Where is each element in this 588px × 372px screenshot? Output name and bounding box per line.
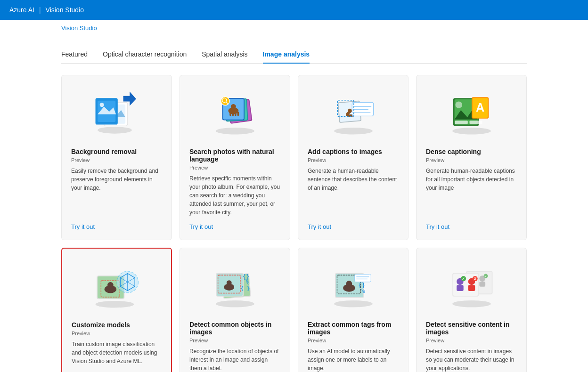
- card-link-dense-captioning[interactable]: Try it out: [426, 223, 517, 230]
- card-detect-objects: {} % { } Detect common objects in images…: [180, 248, 290, 372]
- card-image-detect-objects: {} % { }: [189, 258, 280, 314]
- svg-point-76: [346, 281, 352, 287]
- card-image-background-removal: [71, 85, 162, 141]
- svg-point-67: [226, 280, 231, 285]
- svg-rect-31: [352, 102, 373, 116]
- svg-rect-46: [469, 121, 482, 124]
- card-desc-sensitive-content: Detect sensitive content in images so yo…: [426, 347, 517, 372]
- card-badge-customize-models: Preview: [72, 331, 162, 336]
- svg-rect-88: [457, 285, 464, 291]
- card-badge-extract-tags: Preview: [308, 338, 399, 343]
- card-desc-search-photos: Retrieve specific moments within your ph…: [189, 174, 280, 217]
- card-title-dense-captioning: Dense captioning: [426, 148, 517, 155]
- card-search-photos: Search photos with natural language Prev…: [180, 75, 290, 240]
- svg-point-8: [99, 103, 104, 107]
- card-sensitive-content: ✓ ✗ ✓ Detect sensitive content in images…: [416, 248, 527, 372]
- card-title-add-captions: Add captions to images: [308, 148, 399, 155]
- svg-text:✗: ✗: [473, 277, 476, 281]
- svg-rect-20: [232, 113, 234, 116]
- card-title-extract-tags: Extract common tags from images: [308, 321, 399, 336]
- svg-point-51: [107, 282, 114, 288]
- card-image-sensitive-content: ✓ ✗ ✓: [426, 258, 517, 314]
- svg-text:%: %: [245, 279, 249, 286]
- svg-point-82: [452, 300, 491, 307]
- card-badge-dense-captioning: Preview: [426, 157, 517, 163]
- card-background-removal: Background removal Preview Easily remove…: [61, 75, 172, 240]
- vision-studio-link[interactable]: Vision Studio: [61, 24, 97, 32]
- svg-text:{ }: { }: [240, 285, 250, 291]
- card-title-detect-objects: Detect common objects in images: [189, 321, 280, 336]
- svg-rect-96: [479, 282, 485, 287]
- svg-rect-21: [235, 113, 237, 116]
- sub-nav: Vision Studio: [0, 20, 588, 36]
- cards-grid-row1: Background removal Preview Easily remove…: [61, 75, 527, 240]
- card-link-add-captions[interactable]: Try it out: [308, 223, 399, 230]
- card-desc-detect-objects: Recognize the location of objects of int…: [189, 347, 280, 372]
- svg-text:A: A: [476, 101, 484, 114]
- svg-rect-22: [237, 112, 239, 116]
- card-image-dense-captioning: A: [426, 85, 517, 141]
- separator: |: [39, 6, 41, 14]
- card-desc-background-removal: Easily remove the background and preserv…: [71, 167, 162, 217]
- tab-ocr[interactable]: Optical character recognition: [103, 46, 187, 64]
- card-image-customize-models: [72, 258, 162, 315]
- card-dense-captioning: A Dense captioning Preview Generate huma…: [416, 75, 527, 240]
- svg-point-0: [98, 127, 132, 134]
- svg-text:✓: ✓: [484, 275, 487, 279]
- svg-point-10: [216, 128, 254, 135]
- svg-point-18: [230, 104, 236, 109]
- svg-point-41: [455, 101, 462, 108]
- card-customize-models: Customize models Preview Train custom im…: [61, 248, 172, 372]
- cards-grid-row2: Customize models Preview Train custom im…: [61, 248, 527, 372]
- svg-point-26: [334, 128, 373, 135]
- top-bar: Azure AI | Vision Studio: [0, 0, 588, 20]
- card-image-search-photos: [189, 85, 280, 141]
- card-title-customize-models: Customize models: [72, 321, 162, 329]
- card-image-extract-tags: {} %: [308, 258, 399, 314]
- tab-featured[interactable]: Featured: [61, 46, 88, 64]
- card-desc-add-captions: Generate a human-readable sentence that …: [308, 167, 399, 217]
- card-add-captions: Add captions to images Preview Generate …: [298, 75, 408, 240]
- svg-point-71: [334, 300, 373, 307]
- brand-label: Azure AI: [9, 6, 34, 14]
- svg-rect-19: [229, 112, 231, 116]
- card-badge-sensitive-content: Preview: [426, 338, 517, 343]
- card-extract-tags: {} % Extract common tags from images Pre…: [298, 248, 408, 372]
- tab-bar: Featured Optical character recognition S…: [61, 46, 527, 64]
- card-badge-search-photos: Preview: [189, 165, 280, 170]
- svg-rect-77: [354, 274, 371, 282]
- card-desc-extract-tags: Use an AI model to automatically assign …: [308, 347, 399, 372]
- svg-point-58: [216, 300, 254, 307]
- card-link-background-removal[interactable]: Try it out: [71, 223, 162, 230]
- card-link-search-photos[interactable]: Try it out: [189, 223, 280, 230]
- card-title-search-photos: Search photos with natural language: [189, 148, 280, 163]
- tab-image-analysis[interactable]: Image analysis: [263, 46, 310, 64]
- svg-text:✓: ✓: [462, 277, 465, 281]
- card-badge-detect-objects: Preview: [189, 338, 280, 343]
- card-badge-add-captions: Preview: [308, 157, 399, 163]
- card-desc-dense-captioning: Generate human-readable captions for all…: [426, 167, 517, 217]
- main-content: Featured Optical character recognition S…: [0, 36, 588, 372]
- product-label: Vision Studio: [46, 6, 84, 14]
- svg-rect-45: [455, 121, 467, 124]
- card-image-add-captions: [308, 85, 399, 141]
- tab-spatial[interactable]: Spatial analysis: [202, 46, 247, 64]
- svg-rect-92: [468, 285, 475, 291]
- svg-point-37: [452, 128, 491, 135]
- card-title-background-removal: Background removal: [71, 148, 162, 155]
- card-title-sensitive-content: Detect sensitive content in images: [426, 321, 517, 336]
- svg-text:%: %: [361, 287, 365, 294]
- card-badge-background-removal: Preview: [71, 157, 162, 163]
- card-desc-customize-models: Train custom image classification and ob…: [72, 340, 162, 372]
- svg-point-47: [95, 301, 134, 308]
